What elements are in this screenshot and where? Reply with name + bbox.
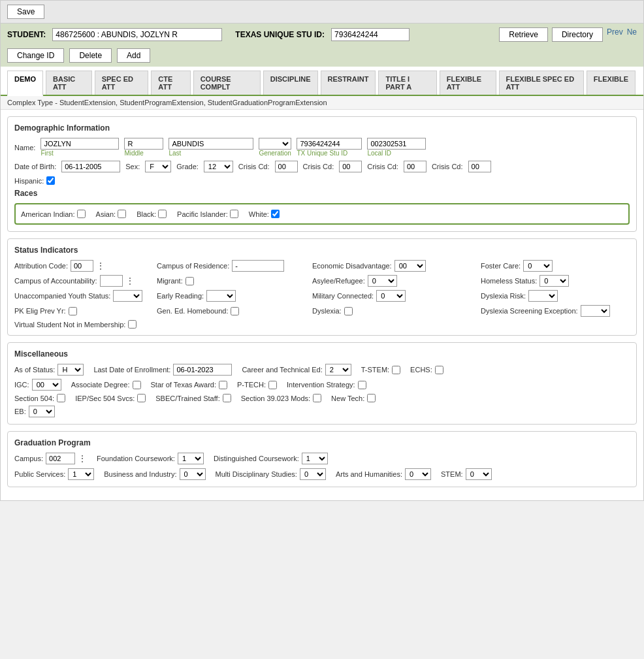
dyslexia-screening-select[interactable] [581,305,610,317]
campus-residence-field: Campus of Residence: [157,260,307,272]
sbec-checkbox[interactable] [223,394,231,402]
crisis-input-3[interactable] [404,161,427,172]
top-bar: Save [1,1,643,24]
dyslexia-risk-select[interactable] [528,290,558,302]
distinguished-select[interactable]: 1 [302,453,328,464]
american-indian-checkbox[interactable] [77,210,86,218]
crisis-input-2[interactable] [339,161,362,172]
multi-disc-select[interactable]: 0 [300,468,326,480]
tabs-row: DEMO BASIC ATT SPEC ED ATT CTE ATT COURS… [7,71,637,95]
name-last-input[interactable] [169,138,253,150]
crisis-input-4[interactable] [468,161,491,172]
section-39-label: Section 39.023 Mods: [241,394,310,402]
tab-discipline[interactable]: DISCIPLINE [263,71,318,95]
grade-select[interactable]: 12 [204,161,233,172]
tab-demo[interactable]: DEMO [7,71,43,96]
campus-input[interactable] [46,453,75,464]
tab-flexible[interactable]: FLEXIBLE [587,71,636,95]
tab-flexible-att[interactable]: FLEXIBLE ATT [440,71,496,95]
migrant-checkbox[interactable] [185,277,194,285]
intervention-checkbox[interactable] [358,381,366,389]
arts-select[interactable]: 0 [405,468,431,480]
last-date-input[interactable] [173,364,232,376]
dyslexia-checkbox[interactable] [344,307,353,315]
stem-select[interactable]: 0 [466,468,492,480]
delete-button[interactable]: Delete [69,48,112,63]
attribution-code-input[interactable] [71,260,93,272]
next-link[interactable]: Ne [627,27,637,42]
multi-disc-label: Multi Disciplinary Studies: [216,470,297,478]
campus-accountability-input[interactable] [100,275,123,287]
student-input[interactable] [52,28,222,41]
foster-care-select[interactable]: 0 [523,260,553,272]
gen-ed-homebound-checkbox[interactable] [231,307,239,315]
section-504-checkbox[interactable] [57,394,65,402]
pk-elig-checkbox[interactable] [69,307,77,315]
p-tech-checkbox[interactable] [268,381,277,389]
tab-flexible-spec-ed[interactable]: FLEXIBLE SPEC ED ATT [499,71,584,95]
attribution-icon[interactable]: ⋮ [96,261,105,271]
tab-restraint[interactable]: RESTRAINT [321,71,376,95]
tab-title-i[interactable]: TITLE I PART A [378,71,436,95]
associate-degree-checkbox[interactable] [133,381,141,389]
local-id-input[interactable] [367,138,426,150]
economic-disadvantage-select[interactable]: 00 [394,260,426,272]
career-tech-select[interactable]: 2 [325,364,351,376]
tx-unique-input[interactable] [297,138,362,150]
save-button[interactable]: Save [7,5,44,19]
military-connected-select[interactable]: 0 [376,290,406,302]
igc-select[interactable]: 00 [32,379,61,391]
section-39-checkbox[interactable] [313,394,321,402]
foundation-field: Foundation Coursework: 1 [97,453,204,464]
public-services-select[interactable]: 1 [68,468,94,480]
campus-icon[interactable]: ⋮ [78,453,87,464]
p-tech-label: P-TECH: [237,381,266,389]
accountability-icon[interactable]: ⋮ [125,276,135,286]
unaccompanied-label: Unaccompanied Youth Status: [14,292,110,300]
name-first-input[interactable] [40,138,119,150]
new-tech-checkbox[interactable] [367,394,376,402]
dob-input[interactable] [61,161,120,172]
star-texas-label: Star of Texas Award: [151,381,216,389]
black-checkbox[interactable] [158,210,167,218]
tab-course-complt[interactable]: COURSE COMPLT [193,71,261,95]
eb-select[interactable]: 0 [29,406,55,417]
graduation-section: Graduation Program Campus: ⋮ Foundation … [7,431,637,487]
generation-select[interactable] [259,138,291,150]
hispanic-checkbox[interactable] [46,176,55,185]
pacific-islander-checkbox[interactable] [230,210,238,218]
generation-label: Generation [259,150,291,157]
unaccompanied-select[interactable] [113,290,142,302]
gen-ed-homebound-label: Gen. Ed. Homebound: [157,307,228,315]
t-stem-checkbox[interactable] [392,366,400,374]
crisis-input-1[interactable] [275,161,298,172]
tx-unique-label: TX Unique Stu ID [297,150,362,157]
asian-checkbox[interactable] [118,210,126,218]
homeless-status-select[interactable]: 0 [539,275,569,287]
business-select[interactable]: 0 [180,468,206,480]
white-checkbox[interactable] [271,210,280,218]
echs-checkbox[interactable] [435,366,443,374]
tab-basic-att[interactable]: BASIC ATT [46,71,92,95]
iep-sec-checkbox[interactable] [137,394,146,402]
tab-cte-att[interactable]: CTE ATT [151,71,190,95]
early-reading-select[interactable] [206,290,236,302]
tab-spec-ed-att[interactable]: SPEC ED ATT [95,71,149,95]
campus-residence-input[interactable] [232,260,284,272]
asylee-refugee-label: Asylee/Refugee: [312,277,365,285]
asylee-refugee-select[interactable]: 0 [368,275,397,287]
virtual-checkbox[interactable] [128,320,137,329]
add-button[interactable]: Add [117,48,150,63]
prev-link[interactable]: Prev [607,27,623,42]
directory-button[interactable]: Directory [552,27,603,42]
retrieve-button[interactable]: Retrieve [499,27,548,42]
name-middle-input[interactable] [124,138,163,150]
foundation-select[interactable]: 1 [178,453,204,464]
sex-select[interactable]: F M [145,161,171,172]
name-last-label: Last [169,150,253,157]
section-504-field: Section 504: [14,394,65,402]
change-id-button[interactable]: Change ID [7,48,64,63]
as-of-status-select[interactable]: H [57,364,84,376]
tx-id-input[interactable] [331,28,410,41]
star-texas-checkbox[interactable] [219,381,227,389]
